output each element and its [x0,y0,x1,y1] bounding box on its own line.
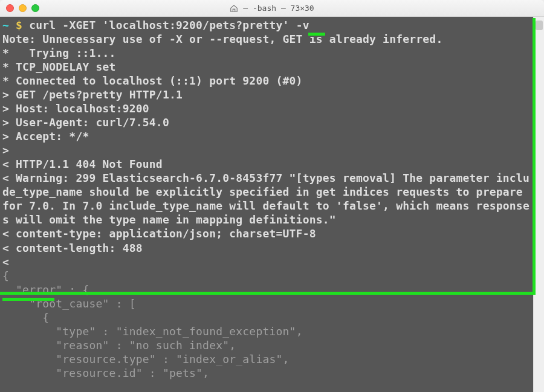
json-line: { [2,310,531,324]
output-line: * TCP_NODELAY set [2,60,531,74]
output-line: > User-Agent: curl/7.54.0 [2,115,531,129]
json-line: "root_cause" : [ [2,297,531,310]
json-line: { [2,269,531,283]
json-line: "error" : { [2,283,531,297]
output-line: > GET /pets?pretty HTTP/1.1 [2,88,531,101]
zoom-button[interactable] [31,4,39,12]
json-line: "resource.type" : "index_or_alias", [2,352,531,366]
terminal-body[interactable]: ~ $ curl -XGET 'localhost:9200/pets?pret… [0,17,533,392]
window-controls [6,4,39,12]
window-title-text: — -bash — 73×30 [243,4,314,13]
prompt-symbol: $ [16,19,29,31]
close-button[interactable] [6,4,14,12]
output-line: > [2,143,531,157]
minimize-button[interactable] [19,4,27,12]
json-line: "resource.id" : "pets", [2,366,531,380]
output-line: * Connected to localhost (::1) port 9200… [2,74,531,88]
output-line: > Accept: */* [2,129,531,143]
output-line: Note: Unnecessary use of -X or --request… [2,32,531,46]
json-line: "type" : "index_not_found_exception", [2,324,531,338]
prompt-path: ~ [2,19,16,31]
prompt-command: curl -XGET 'localhost:9200/pets?pretty' … [29,19,309,31]
scrollbar-thumb[interactable] [536,21,543,30]
home-icon [230,4,238,13]
output-line: * Trying ::1... [2,46,531,60]
window-title: — -bash — 73×30 [0,4,544,13]
output-line: < [2,255,531,269]
output-line: > Host: localhost:9200 [2,101,531,115]
scrollbar[interactable] [533,17,544,392]
output-line: < content-type: application/json; charse… [2,227,531,240]
prompt-line: ~ $ curl -XGET 'localhost:9200/pets?pret… [2,18,531,32]
output-line: < HTTP/1.1 404 Not Found [2,157,531,171]
json-line: "reason" : "no such index", [2,338,531,352]
output-line: < Warning: 299 Elasticsearch-6.7.0-8453f… [2,171,531,227]
titlebar: — -bash — 73×30 [0,0,544,17]
terminal-window: — -bash — 73×30 ~ $ curl -XGET 'localhos… [0,0,544,392]
output-line: < content-length: 488 [2,241,531,255]
